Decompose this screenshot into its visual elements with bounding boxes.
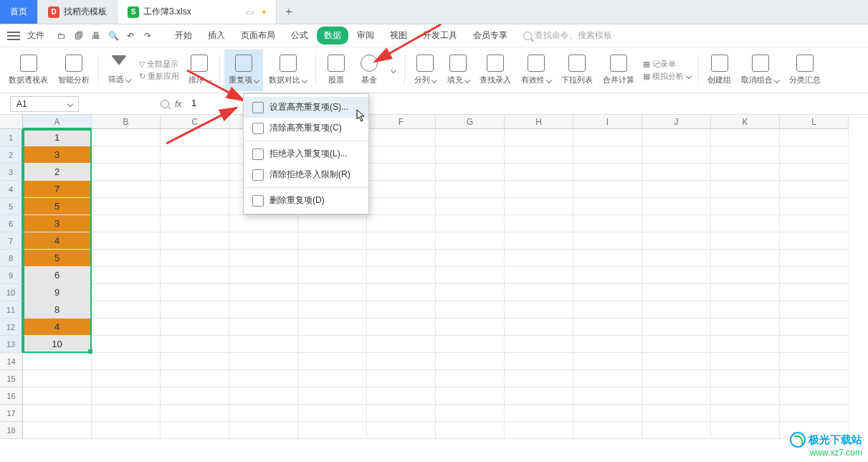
cell[interactable] [436,181,505,198]
cell[interactable] [780,146,849,164]
cell[interactable] [436,146,505,164]
cell[interactable] [92,267,161,284]
cell[interactable] [161,301,229,319]
cell[interactable] [367,284,436,301]
cell[interactable] [505,267,573,284]
cell[interactable] [573,336,642,353]
cell[interactable] [780,353,849,370]
cell[interactable] [161,250,229,267]
cell[interactable] [573,301,642,319]
cell[interactable] [642,146,711,164]
cell[interactable]: 5 [23,250,92,267]
cell[interactable] [573,319,642,336]
cell[interactable] [161,422,229,439]
cell[interactable] [436,301,505,319]
cell[interactable] [711,387,780,405]
cell[interactable] [642,422,711,439]
ribbon-duplicates[interactable]: 重复项 [224,50,263,91]
tab-workbook[interactable]: S 工作簿3.xlsx ▭ • [118,0,277,24]
cell[interactable] [229,232,298,250]
cell[interactable] [780,164,849,181]
fx-icon[interactable]: fx [175,99,181,109]
cell[interactable] [505,215,573,232]
cell[interactable] [780,336,849,353]
cell[interactable] [229,319,298,336]
cell[interactable] [367,198,436,215]
cell[interactable]: 3 [23,215,92,232]
ribbon-subtotal[interactable]: 分类汇总 [785,50,825,91]
row-header-3[interactable]: 3 [0,164,23,181]
cell[interactable] [505,232,573,250]
cell[interactable] [92,387,161,405]
cell[interactable] [161,215,229,232]
dd-clear-reject[interactable]: 清除拒绝录入限制(R) [244,164,368,185]
cell[interactable] [642,215,711,232]
cell[interactable] [298,250,367,267]
cell[interactable] [298,336,367,353]
name-box[interactable]: A1 [10,96,79,112]
cell[interactable] [23,422,92,439]
cell[interactable] [711,215,780,232]
cell[interactable] [711,370,780,387]
cell[interactable] [436,370,505,387]
cell[interactable] [229,301,298,319]
ribbon-dropdown[interactable]: 下拉列表 [557,50,597,91]
cell[interactable] [573,198,642,215]
cell[interactable] [436,405,505,422]
preview-icon[interactable]: 🔍 [106,29,120,43]
cell[interactable] [573,164,642,181]
cell[interactable] [92,301,161,319]
menu-insert[interactable]: 插入 [201,27,232,44]
cell[interactable] [161,370,229,387]
cell[interactable] [229,215,298,232]
cell[interactable] [711,284,780,301]
ribbon-group[interactable]: 创建组 [703,50,735,91]
cell[interactable] [367,181,436,198]
cell[interactable] [298,232,367,250]
hamburger-icon[interactable] [7,32,20,40]
menu-dev[interactable]: 开发工具 [416,27,464,44]
row-header-11[interactable]: 11 [0,301,23,319]
cell[interactable]: 6 [23,267,92,284]
row-header-1[interactable]: 1 [0,129,23,146]
cell[interactable] [298,301,367,319]
ribbon-filter[interactable]: 筛选 [103,50,135,91]
ribbon-split[interactable]: 分列 [409,50,441,91]
cell[interactable]: 8 [23,301,92,319]
ribbon-validity[interactable]: 有效性 [517,50,555,91]
cell[interactable] [161,129,229,146]
cell[interactable] [298,422,367,439]
row-header-4[interactable]: 4 [0,181,23,198]
cell[interactable] [505,422,573,439]
cell[interactable] [367,319,436,336]
cell[interactable] [92,405,161,422]
row-header-18[interactable]: 18 [0,422,23,439]
cell[interactable] [780,284,849,301]
cell[interactable] [92,370,161,387]
cell[interactable] [711,301,780,319]
cell[interactable] [367,164,436,181]
cell[interactable]: 9 [23,284,92,301]
cell[interactable] [436,250,505,267]
cell[interactable] [92,164,161,181]
cell[interactable] [711,164,780,181]
cell[interactable] [367,146,436,164]
row-header-10[interactable]: 10 [0,284,23,301]
tab-window-icon[interactable]: ▭ [246,7,254,17]
cell[interactable] [92,422,161,439]
cell[interactable] [711,250,780,267]
col-header-C[interactable]: C [161,115,229,129]
row-header-14[interactable]: 14 [0,353,23,370]
row-header-8[interactable]: 8 [0,250,23,267]
new-tab-button[interactable]: ＋ [277,0,301,24]
cell[interactable] [711,353,780,370]
cell[interactable] [229,370,298,387]
cell[interactable] [711,405,780,422]
cell[interactable]: 1 [23,129,92,146]
col-header-I[interactable]: I [573,115,642,129]
cell[interactable] [92,284,161,301]
cell[interactable] [298,370,367,387]
col-header-F[interactable]: F [367,115,436,129]
cell[interactable] [642,319,711,336]
cell[interactable] [780,301,849,319]
